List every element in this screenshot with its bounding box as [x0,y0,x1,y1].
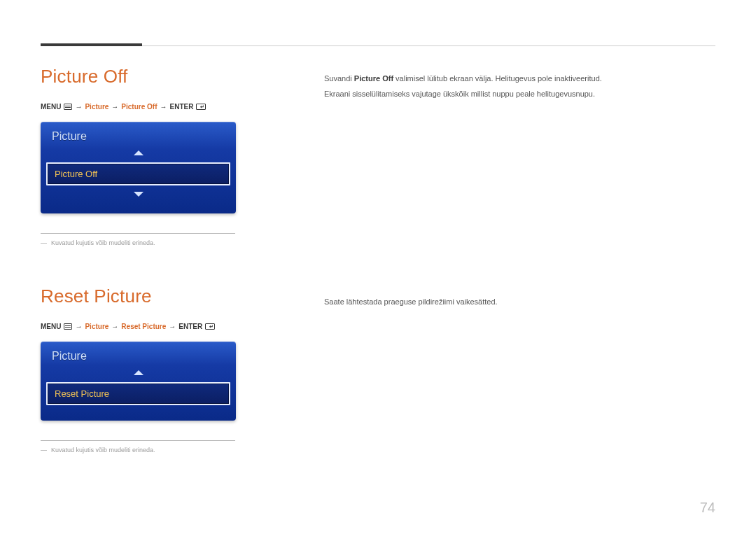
breadcrumb-item: Reset Picture [121,323,166,330]
breadcrumb-enter-label: ENTER [178,323,202,330]
dash-icon: ― [41,447,47,454]
osd-selected-item[interactable]: Picture Off [46,162,230,185]
arrow-icon: → [75,103,82,111]
left-column: Picture Off MENU → Picture → Picture Off… [41,66,244,493]
breadcrumb-menu-label: MENU [41,103,61,111]
breadcrumb-item: Picture Off [121,103,157,111]
body-group-2: Saate lähtestada praeguse pildirežiimi v… [324,296,715,309]
section-title: Reset Picture [41,286,244,307]
osd-selected-item[interactable]: Reset Picture [46,382,230,405]
breadcrumb: MENU → Picture → Reset Picture → ENTER [41,323,244,330]
note-divider [41,440,235,441]
enter-icon [205,323,215,330]
menu-icon [64,104,72,110]
page-number: 74 [700,500,715,516]
osd-header: Picture [41,342,236,367]
chevron-up-icon[interactable] [134,370,144,375]
menu-icon [64,323,72,330]
osd-menu: Picture Picture Off [41,122,236,213]
body-text: Saate lähtestada praeguse pildirežiimi v… [324,296,715,309]
osd-up-row [41,147,236,160]
arrow-icon: → [75,323,82,330]
section-picture-off: Picture Off MENU → Picture → Picture Off… [41,66,244,246]
note-label: Kuvatud kujutis võib mudeliti erineda. [51,239,155,246]
section-reset-picture: Reset Picture MENU → Picture → Reset Pic… [41,286,244,454]
osd-menu: Picture Reset Picture [41,342,236,421]
note-text: ―Kuvatud kujutis võib mudeliti erineda. [41,447,244,454]
manual-page: Picture Off MENU → Picture → Picture Off… [0,0,756,534]
breadcrumb-item: Picture [85,103,108,111]
osd-up-row [41,367,236,379]
breadcrumb-item: Picture [85,323,108,330]
body-text: Suvandi Picture Off valimisel lülitub ek… [324,73,715,85]
text-fragment: Suvandi [324,74,354,83]
body-text: Ekraani sisselülitamiseks vajutage ükskõ… [324,88,715,101]
content-columns: Picture Off MENU → Picture → Picture Off… [41,41,715,493]
note-text: ―Kuvatud kujutis võib mudeliti erineda. [41,239,244,246]
osd-down-row [41,188,236,201]
arrow-icon: → [169,323,176,330]
right-column: Suvandi Picture Off valimisel lülitub ek… [324,66,715,493]
chevron-down-icon[interactable] [134,192,144,197]
arrow-icon: → [111,103,118,111]
dash-icon: ― [41,239,47,246]
arrow-icon: → [160,103,167,111]
arrow-icon: → [111,323,118,330]
chevron-up-icon[interactable] [134,150,144,155]
header-divider-accent [41,43,142,46]
text-bold: Picture Off [354,74,393,83]
breadcrumb-enter-label: ENTER [169,103,193,111]
text-fragment: valimisel lülitub ekraan välja. Helituge… [393,74,602,83]
osd-header: Picture [41,122,236,147]
breadcrumb: MENU → Picture → Picture Off → ENTER [41,103,244,111]
note-label: Kuvatud kujutis võib mudeliti erineda. [51,447,155,454]
breadcrumb-menu-label: MENU [41,323,61,330]
enter-icon [196,104,206,110]
section-title: Picture Off [41,66,244,87]
note-divider [41,233,235,234]
